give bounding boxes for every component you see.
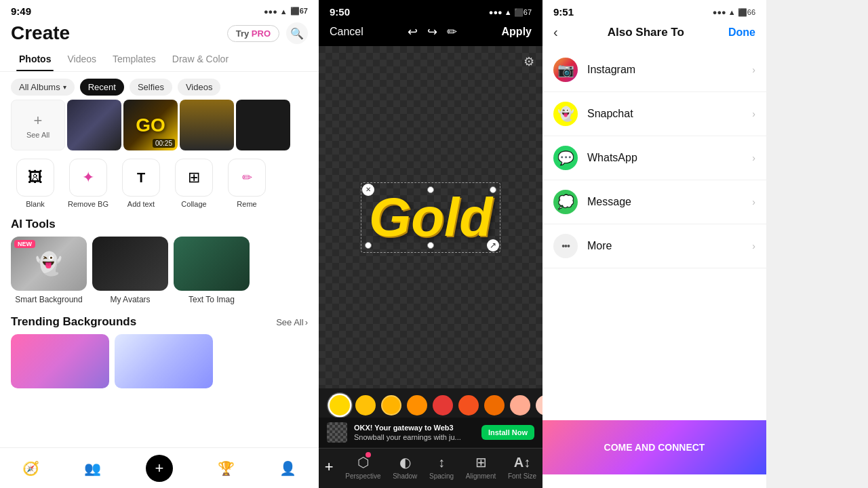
editor-toolbar: Cancel ↩ ↪ ✏ Apply bbox=[319, 20, 542, 46]
tool-collage[interactable]: ⊞ Collage bbox=[170, 159, 218, 208]
photo-thumb-2[interactable]: GO 00:25 bbox=[123, 100, 178, 150]
album-recent[interactable]: Recent bbox=[80, 79, 124, 96]
gold-text-element[interactable]: Gold ✕ ↗ bbox=[369, 190, 492, 245]
color-deep-orange[interactable] bbox=[458, 395, 479, 415]
ad-text: OKX! Your gateway to Web3 Snowball your … bbox=[354, 423, 475, 443]
ai-smart-background[interactable]: NEW 👻 Smart Background bbox=[11, 237, 87, 304]
shadow-label: Shadow bbox=[393, 472, 417, 480]
back-button[interactable]: ‹ bbox=[553, 24, 558, 40]
signal-icon-3: ●●● ▲ ⬛66 bbox=[713, 8, 755, 16]
album-all[interactable]: All Albums ▾ bbox=[11, 79, 75, 96]
chevron-right-icon-3: › bbox=[752, 152, 755, 163]
ai-text-to-image[interactable]: Text To Imag bbox=[174, 237, 250, 304]
color-peach[interactable] bbox=[536, 395, 542, 415]
shadow-button[interactable]: ◐ Shadow bbox=[393, 454, 417, 480]
color-amber[interactable] bbox=[355, 395, 376, 415]
apply-button[interactable]: Apply bbox=[502, 26, 532, 38]
tab-photos[interactable]: Photos bbox=[11, 49, 59, 71]
photo-thumb-3[interactable] bbox=[180, 100, 234, 150]
eraser-icon[interactable]: ✏ bbox=[447, 24, 457, 39]
font-size-button[interactable]: A↕ Font Size bbox=[508, 455, 536, 480]
chevron-right-icon: › bbox=[305, 317, 308, 327]
battery-icon: ⬛67 bbox=[290, 7, 308, 16]
ai-my-avatars[interactable]: My Avatars bbox=[92, 237, 168, 304]
resize-handle[interactable]: ↗ bbox=[487, 239, 499, 251]
bottom-center-handle[interactable] bbox=[427, 242, 434, 249]
share-message[interactable]: 💭 Message › bbox=[542, 180, 766, 224]
trending-thumb-1[interactable] bbox=[11, 334, 109, 388]
add-element-button[interactable]: + bbox=[325, 458, 334, 476]
nav-social[interactable]: 👥 bbox=[84, 460, 101, 476]
redo-icon[interactable]: ↪ bbox=[427, 24, 437, 39]
tools-row: 🖼 Blank ✦ Remove BG T Add text ⊞ Collage… bbox=[0, 156, 319, 214]
toolbar-icons: ↩ ↪ ✏ bbox=[408, 24, 457, 39]
alignment-button[interactable]: ⊞ Alignment bbox=[466, 454, 496, 480]
bottom-left-handle[interactable] bbox=[365, 242, 372, 249]
albums-filter: All Albums ▾ Recent Selfies Videos bbox=[0, 72, 319, 100]
tool-remove-bg[interactable]: ✦ Remove BG bbox=[64, 159, 113, 208]
top-center-handle[interactable] bbox=[427, 186, 434, 193]
whatsapp-icon: 💬 bbox=[553, 146, 578, 170]
search-icon[interactable]: 🔍 bbox=[286, 22, 308, 44]
tool-remove-label: Reme bbox=[237, 200, 256, 208]
chevron-down-icon: ▾ bbox=[63, 83, 66, 91]
ad-icon bbox=[327, 422, 347, 443]
tool-blank[interactable]: 🖼 Blank bbox=[11, 159, 60, 208]
status-bar-2: 9:50 ●●● ▲ ⬛67 bbox=[319, 0, 542, 20]
nav-profile[interactable]: 👤 bbox=[279, 460, 296, 476]
tab-draw-color[interactable]: Draw & Color bbox=[164, 49, 237, 71]
color-yellow-selected[interactable] bbox=[330, 395, 350, 415]
snapchat-icon: 👻 bbox=[553, 102, 578, 126]
top-right-handle[interactable] bbox=[490, 186, 496, 193]
try-pro-button[interactable]: Try PRO bbox=[227, 25, 279, 42]
see-all-button[interactable]: + See All bbox=[11, 100, 65, 150]
share-title: Also Share To bbox=[564, 26, 728, 39]
video-duration-badge: 00:25 bbox=[153, 139, 175, 148]
canvas-settings-icon[interactable]: ⚙ bbox=[524, 54, 534, 69]
tool-add-text[interactable]: T Add text bbox=[117, 159, 165, 208]
add-text-icon: T bbox=[122, 159, 160, 197]
font-size-icon: A↕ bbox=[514, 455, 530, 470]
bottom-toolbar: + ⬡ Perspective ◐ Shadow ↕ Spacing ⊞ Ali… bbox=[319, 449, 542, 488]
nav-explore[interactable]: 🧭 bbox=[22, 460, 39, 476]
share-more[interactable]: ••• More › bbox=[542, 224, 766, 268]
tool-remove[interactable]: ✏ Reme bbox=[222, 159, 271, 208]
color-orange[interactable] bbox=[484, 395, 505, 415]
chevron-right-icon-4: › bbox=[752, 197, 755, 207]
done-button[interactable]: Done bbox=[728, 26, 755, 39]
photo-thumb-1[interactable] bbox=[67, 100, 121, 150]
share-snapchat[interactable]: 👻 Snapchat › bbox=[542, 92, 766, 136]
trending-see-all[interactable]: See All › bbox=[276, 317, 308, 327]
color-orange-yellow[interactable] bbox=[381, 395, 401, 415]
album-selfies[interactable]: Selfies bbox=[130, 79, 172, 96]
ad-install-button[interactable]: Install Now bbox=[481, 425, 534, 440]
spacing-button[interactable]: ↕ Spacing bbox=[429, 455, 454, 480]
color-red[interactable] bbox=[433, 395, 453, 415]
tab-templates[interactable]: Templates bbox=[104, 49, 164, 71]
trending-thumb-2[interactable] bbox=[115, 334, 213, 388]
ad-title: OKX! Your gateway to Web3 bbox=[354, 424, 454, 432]
color-deep-amber[interactable] bbox=[407, 395, 427, 415]
tab-videos[interactable]: Videos bbox=[59, 49, 104, 71]
share-whatsapp[interactable]: 💬 WhatsApp › bbox=[542, 136, 766, 180]
alignment-label: Alignment bbox=[466, 472, 496, 480]
ad-banner: OKX! Your gateway to Web3 Snowball your … bbox=[319, 418, 542, 447]
bottom-spacer bbox=[542, 474, 766, 488]
bottom-nav: 🧭 👥 + 🏆 👤 bbox=[0, 447, 319, 488]
text-to-image-thumb bbox=[174, 237, 250, 291]
spacing-icon: ↕ bbox=[438, 455, 445, 470]
share-ad-banner[interactable]: COME AND CONNECT bbox=[542, 420, 766, 474]
cancel-button[interactable]: Cancel bbox=[330, 26, 363, 38]
instagram-icon: 📷 bbox=[553, 58, 578, 82]
smart-bg-thumb: NEW 👻 bbox=[11, 237, 87, 291]
plus-icon: + bbox=[34, 112, 43, 129]
nav-challenges[interactable]: 🏆 bbox=[218, 460, 235, 476]
nav-add-button[interactable]: + bbox=[146, 455, 173, 482]
photo-thumb-4[interactable] bbox=[236, 100, 290, 150]
undo-icon[interactable]: ↩ bbox=[408, 24, 418, 39]
perspective-button[interactable]: ⬡ Perspective bbox=[345, 454, 380, 480]
album-videos[interactable]: Videos bbox=[178, 79, 221, 96]
close-handle[interactable]: ✕ bbox=[362, 184, 374, 196]
color-light-salmon[interactable] bbox=[510, 395, 530, 415]
share-instagram[interactable]: 📷 Instagram › bbox=[542, 48, 766, 92]
